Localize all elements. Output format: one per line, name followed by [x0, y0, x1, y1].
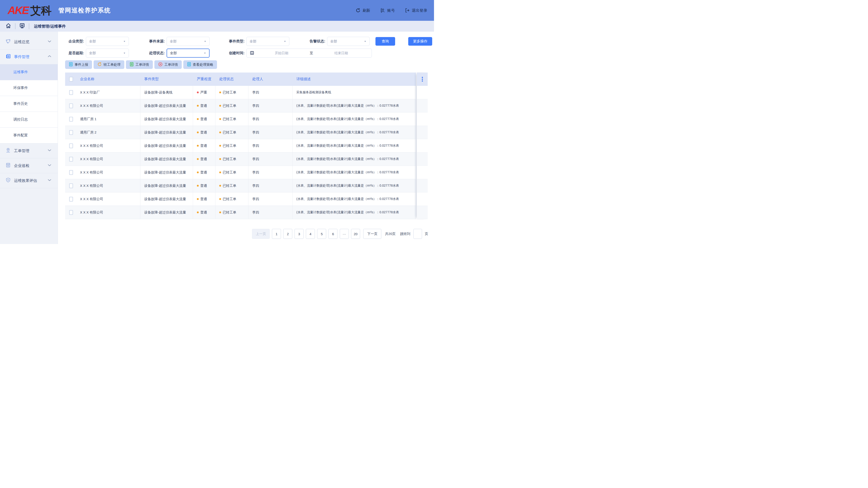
- row-checkbox[interactable]: [69, 130, 73, 135]
- refresh-button[interactable]: 刷新: [355, 8, 370, 13]
- event-doc-icon: [5, 54, 11, 60]
- fixed-row-cell: [417, 99, 428, 112]
- sidebar-item-inspection[interactable]: 企业巡检: [0, 158, 58, 173]
- prev-page-button[interactable]: 上一页: [252, 229, 270, 239]
- row-checkbox[interactable]: [69, 90, 73, 95]
- page-number-button[interactable]: 3: [294, 229, 304, 239]
- date-range-picker[interactable]: 开始日期 至 结束日期: [246, 48, 372, 58]
- severity-dot: [197, 118, 199, 120]
- more-actions-button[interactable]: 更多操作: [408, 37, 432, 46]
- page-number-button[interactable]: 2: [283, 229, 292, 239]
- fixed-row-cell: [417, 153, 428, 166]
- workorder-detail-button[interactable]: 工单详情: [126, 60, 153, 69]
- view-strategy-button[interactable]: 查看处理策略: [183, 60, 217, 69]
- page-number-button[interactable]: 1: [272, 229, 281, 239]
- next-page-button[interactable]: 下一页: [363, 229, 381, 239]
- event-type-cell: 设备故障-超过仪表最大流量: [141, 166, 193, 179]
- row-checkbox[interactable]: [69, 184, 73, 188]
- sidebar-item-workorder[interactable]: 工单管理: [0, 143, 58, 158]
- select-value: 全部: [89, 51, 96, 55]
- row-checkbox[interactable]: [69, 103, 73, 108]
- row-checkbox[interactable]: [69, 170, 73, 175]
- page-number-button[interactable]: 20: [351, 229, 360, 239]
- main-content: 企业类型: 全部▼ 事件来源: 全部▼ 事件类型: 全部▼ 告警状态: 全部▼ …: [58, 32, 434, 244]
- end-date-placeholder[interactable]: 结束日期: [314, 51, 368, 55]
- select-all-checkbox[interactable]: [69, 77, 73, 82]
- dashboard-monitor-icon[interactable]: [19, 23, 25, 30]
- refresh-label: 刷新: [363, 8, 370, 13]
- jump-page-input[interactable]: [413, 229, 422, 239]
- sidebar-item-event-history[interactable]: 事件历史: [0, 96, 58, 112]
- status-dot: [219, 171, 221, 173]
- row-checkbox[interactable]: [69, 157, 73, 162]
- status-dot: [219, 131, 221, 133]
- search-button[interactable]: 查询: [375, 37, 395, 46]
- status-text: 已转工单: [223, 117, 236, 121]
- button-label: 查看处理策略: [193, 63, 213, 67]
- column-header-event-type: 事件类型: [141, 77, 193, 82]
- page-number-button[interactable]: 5: [317, 229, 326, 239]
- sidebar-item-ops-events[interactable]: 运维事件: [0, 64, 58, 80]
- sidebar-item-overview[interactable]: 运维总览: [0, 35, 58, 50]
- status-dot: [219, 158, 221, 160]
- page-number-button[interactable]: 4: [306, 229, 315, 239]
- page-ellipsis-button[interactable]: ···: [340, 229, 349, 239]
- chevron-up-icon: [47, 54, 52, 60]
- status-dot: [219, 185, 221, 187]
- description-cell: (水表、流量计数据处理)水表(流量计)最大流量是（m³/s）：0.027778水…: [292, 193, 416, 206]
- sidebar-item-label: 企业巡检: [14, 163, 29, 168]
- enterprise-type-select[interactable]: 全部▼: [86, 37, 129, 46]
- company-name: X X X 有限公司: [80, 170, 103, 175]
- column-header-handler: 处理人: [248, 77, 292, 82]
- start-date-placeholder[interactable]: 开始日期: [254, 51, 309, 55]
- column-header-description: 详细描述: [292, 77, 416, 82]
- handler-cell: 李四: [248, 86, 292, 99]
- description-cell: 采集服务器检测设备离线: [292, 86, 416, 99]
- event-type-cell: 设备故障-超过仪表最大流量: [141, 112, 193, 126]
- overdue-label: 是否超期:: [64, 48, 84, 58]
- home-icon[interactable]: [5, 23, 11, 30]
- event-type-cell: 设备故障-超过仪表最大流量: [141, 99, 193, 112]
- alarm-status-label: 告警状态:: [305, 37, 325, 46]
- severity-text: 普通: [200, 130, 207, 135]
- company-name: 通用厂房 2: [80, 130, 96, 135]
- table-row: 通用厂房 1 设备故障-超过仪表最大流量 普通 已转工单 李四 (水表、流量计数…: [65, 112, 416, 126]
- kebab-menu-icon[interactable]: [422, 77, 423, 82]
- row-checkbox[interactable]: [69, 210, 73, 215]
- page-number-button[interactable]: 6: [329, 229, 338, 239]
- severity-text: 普通: [200, 210, 207, 215]
- event-source-select[interactable]: 全部▼: [166, 37, 210, 46]
- sidebar-item-control-log[interactable]: 调控日志: [0, 112, 58, 128]
- sidebar-item-event-management[interactable]: 事件管理: [0, 50, 58, 64]
- page-unit-label: 页: [425, 232, 428, 236]
- caret-down-icon: ▼: [123, 52, 126, 54]
- account-button[interactable]: 账号: [380, 8, 395, 13]
- sidebar-item-event-config[interactable]: 事件配置: [0, 128, 58, 143]
- overdue-select[interactable]: 全部▼: [86, 48, 129, 58]
- handle-status-select[interactable]: 全部▼: [166, 48, 210, 58]
- company-name: X X X 有限公司: [80, 184, 103, 188]
- pagination: 上一页 123456···20 下一页 共20页 跳转到 页: [65, 229, 428, 239]
- status-text: 已转工单: [223, 170, 236, 175]
- row-checkbox[interactable]: [69, 117, 73, 122]
- event-type-cell: 设备故障-超过仪表最大流量: [141, 193, 193, 206]
- sidebar-item-effect-eval[interactable]: 运维效果评估: [0, 173, 58, 188]
- sidebar-item-env-events[interactable]: 环保事件: [0, 80, 58, 96]
- workorder-close-button[interactable]: 工单详情: [154, 60, 182, 69]
- status-dot: [219, 145, 221, 147]
- event-type-select[interactable]: 全部▼: [246, 37, 289, 46]
- clipboard-icon: [5, 162, 11, 169]
- logout-button[interactable]: 退出登录: [405, 8, 427, 13]
- transfer-workorder-button[interactable]: 转工单处理: [94, 60, 124, 69]
- severity-dot: [197, 185, 199, 187]
- row-checkbox[interactable]: [69, 197, 73, 201]
- event-type-cell: 设备故障-超过仪表最大流量: [141, 139, 193, 153]
- chevron-down-icon: [47, 148, 52, 154]
- alarm-status-select[interactable]: 全部▼: [327, 37, 370, 46]
- handler-cell: 李四: [248, 126, 292, 139]
- table-row: X X X 有限公司 设备故障-超过仪表最大流量 普通 已转工单 李四 (水表、…: [65, 99, 416, 112]
- event-report-button[interactable]: 事件上报: [65, 60, 92, 69]
- row-checkbox[interactable]: [69, 143, 73, 148]
- header-actions: 刷新 账号 退出登录: [355, 8, 427, 13]
- status-dot: [219, 105, 221, 107]
